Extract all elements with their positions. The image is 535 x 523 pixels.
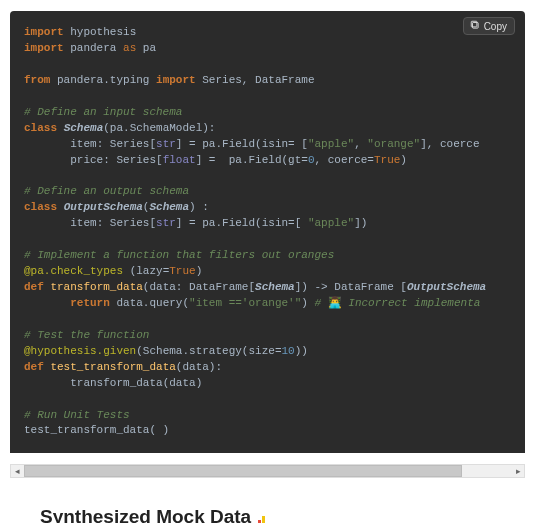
scrollbar-thumb[interactable]	[24, 465, 462, 477]
fn-name: transform_data	[50, 281, 142, 293]
kw-def: def	[24, 281, 44, 293]
type-str: str	[156, 217, 176, 229]
import-names: Series, DataFrame	[202, 74, 314, 86]
kw-def: def	[24, 361, 44, 373]
number: 10	[281, 345, 294, 357]
attr-name: price	[70, 154, 103, 166]
kwarg: size	[248, 345, 274, 357]
comment: # Run Unit Tests	[24, 409, 130, 421]
horizontal-scrollbar[interactable]: ◂ ▸	[10, 464, 525, 478]
copy-button-label: Copy	[484, 21, 507, 32]
module-name: pandera	[70, 42, 116, 54]
code-block-container: Copy import hypothesis import pandera as…	[10, 11, 525, 453]
module-path: pandera.typing	[57, 74, 149, 86]
base-class: pa.SchemaModel	[110, 122, 202, 134]
base-class: Schema	[149, 201, 189, 213]
string: "orange"	[367, 138, 420, 150]
scroll-right-arrow-icon[interactable]: ▸	[512, 465, 524, 477]
content-section: Synthesized Mock Data item price 0 orang…	[0, 490, 535, 523]
call: pa.Field	[202, 217, 255, 229]
kwarg: lazy	[136, 265, 162, 277]
kw-class: class	[24, 201, 57, 213]
kwarg: coerce	[328, 154, 368, 166]
comment: # Implement a function that filters out …	[24, 249, 334, 261]
tail: , coerce	[427, 138, 480, 150]
attr-name: item	[70, 138, 96, 150]
decorator: @pa.check_types	[24, 265, 123, 277]
kw-as: as	[123, 42, 136, 54]
comment-hash: #	[314, 297, 321, 309]
string: "item =='orange'"	[189, 297, 301, 309]
copy-button[interactable]: Copy	[463, 17, 515, 35]
type-str: str	[156, 138, 176, 150]
alias: pa	[143, 42, 156, 54]
call: data.query	[116, 297, 182, 309]
type-param: Schema	[255, 281, 295, 293]
kw-import: import	[156, 74, 196, 86]
module-name: hypothesis	[70, 26, 136, 38]
comment: # Define an output schema	[24, 185, 189, 197]
param: data	[149, 281, 175, 293]
kw-import: import	[24, 26, 64, 38]
scroll-left-arrow-icon[interactable]: ◂	[11, 465, 23, 477]
heading-text: Synthesized Mock Data	[40, 506, 251, 523]
type: DataFrame	[189, 281, 248, 293]
type-param: OutputSchema	[407, 281, 486, 293]
code-block: import hypothesis import pandera as pa f…	[10, 11, 525, 453]
type: Series	[116, 154, 156, 166]
kwarg: gt	[288, 154, 301, 166]
comment: # Define an input schema	[24, 106, 182, 118]
param: data	[182, 361, 208, 373]
decorator: @hypothesis.given	[24, 345, 136, 357]
comment: Incorrect implementa	[348, 297, 480, 309]
arrow: ->	[315, 281, 328, 293]
call: pa.Field	[229, 154, 282, 166]
bool: True	[169, 265, 195, 277]
number: 0	[308, 154, 315, 166]
string: "apple"	[308, 217, 354, 229]
scrollbar-track[interactable]	[24, 465, 511, 477]
type-float: float	[163, 154, 196, 166]
kwarg: isin	[262, 217, 288, 229]
call: test_transform_data( )	[24, 424, 169, 436]
class-name: OutputSchema	[64, 201, 143, 213]
section-heading: Synthesized Mock Data	[40, 506, 495, 523]
type: Series	[110, 138, 150, 150]
attr-name: item	[70, 217, 96, 229]
copy-icon	[470, 20, 480, 32]
kw-import: import	[24, 42, 64, 54]
bar-chart-icon	[258, 508, 274, 523]
kw-return: return	[70, 297, 110, 309]
comment: # Test the function	[24, 329, 149, 341]
bool: True	[374, 154, 400, 166]
kwarg: isin	[262, 138, 288, 150]
type: Series	[110, 217, 150, 229]
emoji-icon: 👨‍💻	[328, 297, 342, 309]
type: DataFrame	[334, 281, 393, 293]
class-name: Schema	[64, 122, 104, 134]
string: "apple"	[308, 138, 354, 150]
kw-class: class	[24, 122, 57, 134]
call: transform_data(data)	[70, 377, 202, 389]
call: pa.Field	[202, 138, 255, 150]
call: Schema.strategy	[143, 345, 242, 357]
kw-from: from	[24, 74, 50, 86]
fn-name: test_transform_data	[50, 361, 175, 373]
